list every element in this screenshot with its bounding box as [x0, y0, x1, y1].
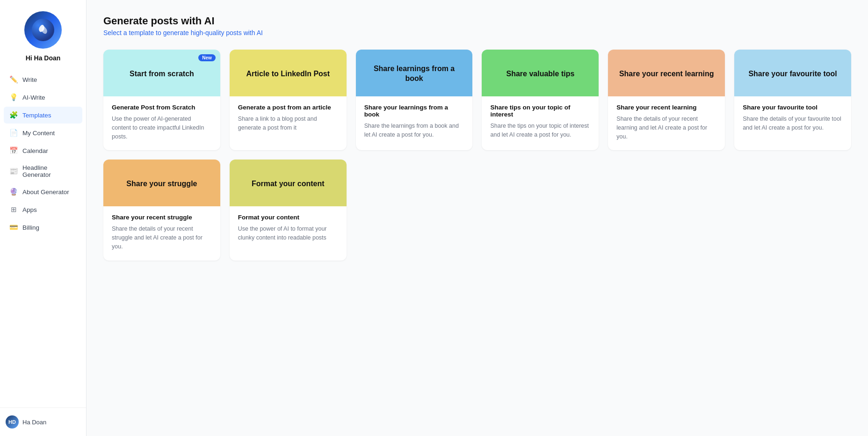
card-body-share-valuable-tips: Share tips on your topic of interest Sha… — [482, 96, 599, 150]
nav-label-apps: Apps — [22, 206, 37, 213]
card-body-title-share-favourite-tool: Share your favourite tool — [743, 104, 843, 111]
card-header-title-share-valuable-tips: Share valuable tips — [506, 69, 574, 79]
card-header-share-favourite-tool: Share your favourite tool — [734, 50, 851, 96]
subtitle-ai-link: AI — [257, 29, 263, 36]
card-header-title-share-learnings-book: Share learnings from a book — [365, 64, 463, 84]
sidebar-item-write[interactable]: ✏️ Write — [4, 71, 82, 88]
card-body-desc-share-struggle: Share the details of your recent struggl… — [112, 225, 212, 251]
nav-icon-about-generator: 🔮 — [9, 188, 18, 196]
page-subtitle: Select a template to generate high-quali… — [103, 29, 851, 36]
template-card-share-recent-learning[interactable]: Share your recent learning Share your re… — [608, 50, 725, 150]
sidebar-item-my-content[interactable]: 📄 My Content — [4, 124, 82, 141]
nav-icon-billing: 💳 — [9, 223, 18, 232]
card-header-title-start-from-scratch: Start from scratch — [130, 69, 194, 79]
nav-icon-headline-generator: 📰 — [9, 167, 18, 175]
card-body-desc-share-valuable-tips: Share the tips on your topic of interest… — [490, 122, 590, 139]
card-header-share-recent-learning: Share your recent learning — [608, 50, 725, 96]
card-header-title-format-content: Format your content — [252, 179, 325, 189]
template-card-share-favourite-tool[interactable]: Share your favourite tool Share your fav… — [734, 50, 851, 150]
template-card-share-struggle[interactable]: Share your struggle Share your recent st… — [103, 160, 220, 260]
template-card-share-learnings-book[interactable]: Share learnings from a book Share your l… — [356, 50, 473, 150]
sidebar-item-apps[interactable]: ⊞ Apps — [4, 201, 82, 218]
sidebar-item-ai-write[interactable]: 💡 AI-Write — [4, 89, 82, 106]
footer-avatar: HD — [6, 415, 19, 429]
card-body-share-learnings-book: Share your learnings from a book Share t… — [356, 96, 473, 150]
nav-icon-templates: 🧩 — [9, 111, 18, 119]
nav-icon-calendar: 📅 — [9, 146, 18, 155]
card-header-start-from-scratch: New Start from scratch — [103, 50, 220, 96]
template-card-article-to-linkedin[interactable]: Article to LinkedIn Post Generate a post… — [230, 50, 347, 150]
sidebar-username: Hi Ha Doan — [26, 54, 61, 62]
card-body-title-share-learnings-book: Share your learnings from a book — [364, 104, 464, 118]
templates-row-1: New Start from scratch Generate Post fro… — [103, 50, 851, 150]
card-header-share-learnings-book: Share learnings from a book — [356, 50, 473, 96]
card-body-desc-share-learnings-book: Share the learnings from a book and let … — [364, 122, 464, 139]
card-body-share-struggle: Share your recent struggle Share the det… — [103, 206, 220, 260]
nav-icon-write: ✏️ — [9, 75, 18, 84]
card-body-desc-share-recent-learning: Share the details of your recent learnin… — [616, 115, 716, 141]
sidebar-item-about-generator[interactable]: 🔮 About Generator — [4, 183, 82, 200]
footer-name: Ha Doan — [22, 419, 46, 426]
template-card-format-content[interactable]: Format your content Format your content … — [230, 160, 347, 260]
card-body-format-content: Format your content Use the power of AI … — [230, 206, 347, 260]
nav-label-billing: Billing — [22, 224, 39, 231]
sidebar-item-templates[interactable]: 🧩 Templates — [4, 107, 82, 124]
nav-label-write: Write — [22, 76, 37, 83]
card-body-desc-start-from-scratch: Use the power of AI-generated content to… — [112, 115, 212, 141]
card-body-title-share-valuable-tips: Share tips on your topic of interest — [490, 104, 590, 118]
app-logo — [24, 11, 62, 49]
card-body-title-format-content: Format your content — [238, 214, 338, 221]
nav-label-headline-generator: Headline Generator — [22, 164, 77, 178]
sidebar: Hi Ha Doan ✏️ Write💡 AI-Write🧩 Templates… — [0, 0, 87, 436]
card-body-desc-format-content: Use the power of AI to format your clunk… — [238, 225, 338, 242]
card-body-share-recent-learning: Share your recent learning Share the det… — [608, 96, 725, 150]
card-body-title-article-to-linkedin: Generate a post from an article — [238, 104, 338, 111]
nav-icon-apps: ⊞ — [9, 205, 18, 214]
card-header-article-to-linkedin: Article to LinkedIn Post — [230, 50, 347, 96]
nav-icon-my-content: 📄 — [9, 129, 18, 137]
card-body-start-from-scratch: Generate Post from Scratch Use the power… — [103, 96, 220, 150]
template-card-start-from-scratch[interactable]: New Start from scratch Generate Post fro… — [103, 50, 220, 150]
sidebar-item-billing[interactable]: 💳 Billing — [4, 219, 82, 236]
nav-label-calendar: Calendar — [22, 147, 48, 154]
main-content: Generate posts with AI Select a template… — [87, 0, 868, 436]
nav-icon-ai-write: 💡 — [9, 93, 18, 102]
templates-row-2: Share your struggle Share your recent st… — [103, 160, 851, 260]
card-header-format-content: Format your content — [230, 160, 347, 206]
card-header-title-share-struggle: Share your struggle — [126, 179, 197, 189]
sidebar-item-headline-generator[interactable]: 📰 Headline Generator — [4, 160, 82, 182]
nav-label-ai-write: AI-Write — [22, 94, 45, 101]
new-badge: New — [198, 54, 216, 61]
sidebar-nav: ✏️ Write💡 AI-Write🧩 Templates📄 My Conten… — [0, 71, 86, 407]
card-body-desc-share-favourite-tool: Share the details of your favourite tool… — [743, 115, 843, 132]
nav-label-templates: Templates — [22, 112, 51, 119]
card-body-share-favourite-tool: Share your favourite tool Share the deta… — [734, 96, 851, 150]
card-header-title-share-recent-learning: Share your recent learning — [619, 69, 714, 79]
card-header-share-struggle: Share your struggle — [103, 160, 220, 206]
sidebar-footer: HD Ha Doan — [0, 407, 86, 436]
page-title: Generate posts with AI — [103, 15, 851, 27]
card-body-title-share-recent-learning: Share your recent learning — [616, 104, 716, 111]
card-header-share-valuable-tips: Share valuable tips — [482, 50, 599, 96]
nav-label-about-generator: About Generator — [22, 189, 69, 196]
template-card-share-valuable-tips[interactable]: Share valuable tips Share tips on your t… — [482, 50, 599, 150]
sidebar-item-calendar[interactable]: 📅 Calendar — [4, 142, 82, 159]
card-header-title-article-to-linkedin: Article to LinkedIn Post — [246, 69, 330, 79]
card-body-title-share-struggle: Share your recent struggle — [112, 214, 212, 221]
card-body-title-start-from-scratch: Generate Post from Scratch — [112, 104, 212, 111]
card-body-desc-article-to-linkedin: Share a link to a blog post and generate… — [238, 115, 338, 132]
card-body-article-to-linkedin: Generate a post from an article Share a … — [230, 96, 347, 150]
nav-label-my-content: My Content — [22, 130, 55, 137]
card-header-title-share-favourite-tool: Share your favourite tool — [748, 69, 837, 79]
